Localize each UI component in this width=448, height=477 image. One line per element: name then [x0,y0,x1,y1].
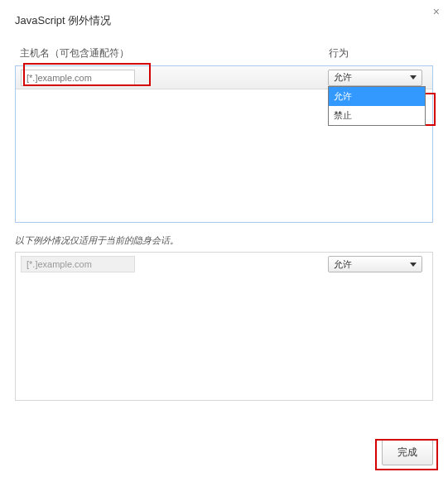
incognito-action-dropdown[interactable]: 允许 [328,256,422,272]
javascript-exceptions-dialog: × JavaScript 例外情况 主机名（可包含通配符） 行为 允许 允许 禁… [0,0,448,477]
incognito-action-dropdown-button[interactable]: 允许 [328,256,422,272]
column-header-action: 行为 [329,46,428,60]
action-cell: 允许 允许 禁止 [328,70,427,86]
dropdown-option-block[interactable]: 禁止 [329,106,425,125]
close-icon[interactable]: × [433,5,440,18]
action-cell: 允许 [328,256,427,272]
column-header-hostname: 主机名（可包含通配符） [20,46,329,60]
action-dropdown[interactable]: 允许 允许 禁止 [328,70,422,86]
action-dropdown-selected: 允许 [334,71,352,84]
incognito-action-dropdown-selected: 允许 [334,258,352,271]
action-dropdown-button[interactable]: 允许 [328,70,422,86]
exceptions-panel: 允许 允许 禁止 [15,65,433,223]
incognito-note: 以下例外情况仅适用于当前的隐身会话。 [15,234,433,247]
host-cell: [*.]example.com [21,256,328,272]
action-dropdown-list: 允许 禁止 [328,86,426,126]
column-headers: 主机名（可包含通配符） 行为 [15,46,433,60]
chevron-down-icon [410,263,417,267]
chevron-down-icon [410,75,417,80]
incognito-exception-row: [*.]example.com 允许 [16,253,432,276]
hostname-input[interactable] [21,70,135,86]
done-button[interactable]: 完成 [382,440,433,465]
exception-row: 允许 允许 禁止 [16,66,432,89]
dropdown-option-allow[interactable]: 允许 [329,87,425,106]
incognito-exceptions-panel: [*.]example.com 允许 [15,252,433,401]
dialog-footer: 完成 [382,440,433,465]
incognito-hostname-input[interactable]: [*.]example.com [21,256,135,272]
dialog-title: JavaScript 例外情况 [15,13,433,28]
host-cell [21,70,328,86]
